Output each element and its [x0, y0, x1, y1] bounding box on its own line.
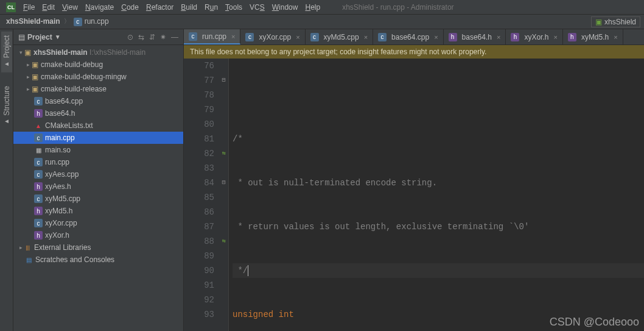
side-tab-project[interactable]: ▸ Project: [1, 32, 12, 73]
tree-file[interactable]: cxyMd5.cpp: [13, 193, 183, 205]
tree-file[interactable]: cxyAes.cpp: [13, 168, 183, 180]
menu-tools[interactable]: Tools: [222, 3, 246, 12]
h-file-icon: h: [568, 33, 576, 41]
watermark: CSDN @Codeooo: [550, 316, 639, 329]
menu-build[interactable]: Build: [177, 3, 201, 12]
cpp-file-icon: c: [34, 170, 43, 179]
folder-icon: ▣: [32, 85, 38, 93]
tree-file[interactable]: cbase64.cpp: [13, 95, 183, 107]
cpp-file-icon: c: [34, 219, 43, 227]
cpp-file-icon: c: [34, 194, 43, 203]
editor-area: crun.cpp× cxyXor.cpp× cxyMd5.cpp× cbase6…: [184, 29, 644, 331]
menu-file[interactable]: File: [19, 3, 38, 12]
close-icon[interactable]: ×: [296, 34, 299, 41]
cpp-file-icon: c: [245, 33, 254, 41]
editor-tab[interactable]: hxyMd5.h×: [563, 29, 623, 44]
folder-icon: ▣: [32, 73, 38, 81]
tree-scratches[interactable]: ▤Scratches and Consoles: [13, 254, 183, 266]
target-icon: ▣: [595, 18, 602, 26]
expand-icon[interactable]: ⇆: [138, 33, 144, 41]
code-lines[interactable]: /* * out is null-terminated encode strin…: [229, 59, 644, 331]
menu-code[interactable]: Code: [117, 3, 142, 12]
tree-file[interactable]: hxyXor.h: [13, 229, 183, 241]
close-icon[interactable]: ×: [497, 34, 500, 41]
cpp-file-icon: c: [34, 133, 43, 142]
editor-warning-banner: This file does not belong to any project…: [184, 45, 644, 59]
h-file-icon: h: [34, 109, 43, 118]
binary-file-icon: ▦: [34, 146, 43, 154]
editor-tab[interactable]: cxyMd5.cpp×: [306, 29, 373, 44]
tree-folder[interactable]: ▸▣cmake-build-release: [13, 83, 183, 95]
run-configuration-selector[interactable]: ▣ xhsShield: [591, 16, 640, 27]
menu-run[interactable]: Run: [201, 3, 222, 12]
editor-tab[interactable]: cxyXor.cpp×: [240, 29, 305, 44]
cpp-file-icon: c: [74, 18, 82, 26]
breadcrumb-file[interactable]: crun.cpp: [72, 17, 110, 26]
folder-icon: ▣: [32, 60, 38, 69]
library-icon: ⫼: [24, 243, 32, 252]
project-panel-title[interactable]: Project: [27, 33, 52, 41]
h-file-icon: h: [511, 33, 519, 41]
locate-icon[interactable]: ⊙: [127, 33, 133, 41]
settings-icon[interactable]: ✷: [160, 33, 166, 41]
gutter-marks: ⊟⇆⊟⇆: [219, 59, 229, 331]
window-title: xhsShield - run.cpp - Administrator: [342, 3, 453, 12]
editor-tab[interactable]: hxyXor.h×: [506, 29, 562, 44]
h-file-icon: h: [34, 231, 43, 240]
tree-file-selected[interactable]: cmain.cpp: [13, 132, 183, 144]
chevron-right-icon: 〉: [64, 17, 70, 26]
menu-window[interactable]: Window: [268, 3, 302, 12]
tree-file[interactable]: crun.cpp: [13, 156, 183, 168]
folder-icon: ▣: [24, 48, 31, 57]
cpp-file-icon: c: [189, 32, 197, 41]
app-logo: CL: [6, 2, 16, 12]
cpp-file-icon: c: [34, 97, 43, 105]
tree-file[interactable]: hbase64.h: [13, 107, 183, 119]
navigation-bar: xhsShield-main 〉 crun.cpp 👤▾ ↘: [0, 15, 644, 29]
tree-file[interactable]: cxyXor.cpp: [13, 217, 183, 229]
tree-file[interactable]: ▲CMakeLists.txt: [13, 119, 183, 132]
project-tree[interactable]: ▾▣xhsShield-main I:\xhsShield-main ▸▣cma…: [13, 45, 183, 331]
breadcrumb-root[interactable]: xhsShield-main: [5, 17, 61, 26]
tree-external-libraries[interactable]: ▸⫼External Libraries: [13, 241, 183, 254]
h-file-icon: h: [449, 33, 457, 41]
cmake-file-icon: ▲: [34, 121, 43, 130]
close-icon[interactable]: ×: [231, 33, 235, 40]
h-file-icon: h: [34, 207, 43, 215]
menu-view[interactable]: View: [58, 3, 82, 12]
tree-folder[interactable]: ▸▣cmake-build-debug-mingw: [13, 71, 183, 83]
tree-file[interactable]: ▦main.so: [13, 144, 183, 156]
editor-tab[interactable]: hbase64.h×: [444, 29, 506, 44]
editor-tabs: crun.cpp× cxyXor.cpp× cxyMd5.cpp× cbase6…: [184, 29, 644, 45]
scratch-icon: ▤: [24, 255, 33, 264]
line-number-gutter: 767778798081828384858687888990919293: [184, 59, 219, 331]
close-icon[interactable]: ×: [434, 34, 438, 41]
tree-file[interactable]: hxyMd5.h: [13, 205, 183, 217]
editor-tab[interactable]: crun.cpp×: [184, 29, 240, 44]
cpp-file-icon: c: [310, 33, 319, 41]
menu-refactor[interactable]: Refactor: [142, 3, 177, 12]
tree-file[interactable]: hxyAes.h: [13, 180, 183, 193]
project-dropdown-icon[interactable]: ▤: [18, 33, 25, 41]
cpp-file-icon: c: [34, 158, 43, 166]
menu-navigate[interactable]: Navigate: [82, 3, 117, 12]
close-icon[interactable]: ×: [614, 34, 617, 41]
code-editor[interactable]: 767778798081828384858687888990919293 ⊟⇆⊟…: [184, 59, 644, 331]
caret-icon: [248, 265, 248, 276]
breadcrumb: xhsShield-main 〉 crun.cpp: [5, 17, 110, 26]
h-file-icon: h: [34, 182, 43, 191]
tree-folder[interactable]: ▸▣cmake-build-debug: [13, 59, 183, 71]
menu-vcs[interactable]: VCS: [246, 3, 268, 12]
close-icon[interactable]: ×: [364, 34, 368, 41]
menu-edit[interactable]: Edit: [38, 3, 58, 12]
collapse-icon[interactable]: ⇵: [149, 33, 155, 41]
menu-bar: CL File Edit View Navigate Code Refactor…: [0, 0, 644, 15]
hide-icon[interactable]: —: [171, 33, 178, 41]
cpp-file-icon: c: [378, 33, 387, 41]
side-tab-structure[interactable]: ▸ Structure: [1, 82, 12, 130]
tree-root[interactable]: ▾▣xhsShield-main I:\xhsShield-main: [13, 46, 183, 59]
menu-help[interactable]: Help: [301, 3, 324, 12]
left-tool-stripe: ▸ Project ▸ Structure: [0, 29, 13, 331]
close-icon[interactable]: ×: [553, 34, 557, 41]
editor-tab[interactable]: cbase64.cpp×: [373, 29, 444, 44]
